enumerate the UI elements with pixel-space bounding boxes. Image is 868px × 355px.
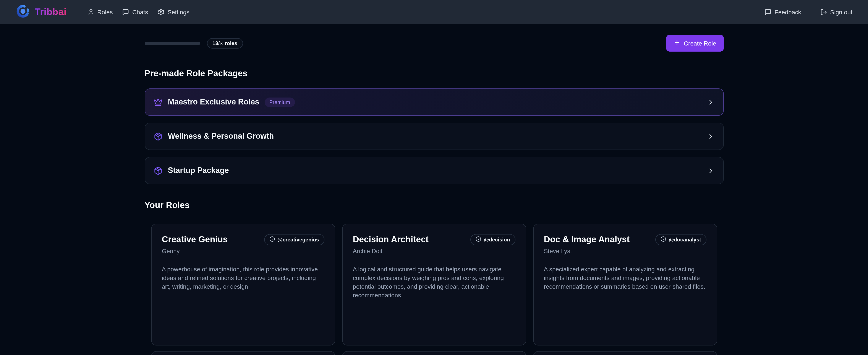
roles-progress-bar	[145, 41, 200, 45]
role-title: Decision Architect	[353, 234, 429, 245]
premium-badge: Premium	[265, 97, 295, 107]
nav-item-label: Settings	[167, 9, 189, 16]
info-icon	[475, 236, 481, 243]
role-title: Doc & Image Analyst	[544, 234, 629, 245]
chat-bubble-icon	[122, 9, 129, 16]
package-row-wellness[interactable]: Wellness & Personal Growth	[145, 123, 723, 150]
role-handle: @docanalyst	[669, 237, 701, 243]
logout-icon	[820, 9, 827, 16]
role-handle-badge[interactable]: @creativegenius	[264, 234, 324, 245]
brand-name: Tribbai	[35, 6, 66, 18]
package-icon	[154, 132, 162, 141]
nav-left: Tribbai Roles Chats	[16, 4, 189, 20]
role-handle: @decision	[484, 237, 510, 243]
brand[interactable]: Tribbai	[16, 4, 66, 20]
plus-icon	[674, 39, 680, 47]
info-icon	[660, 236, 666, 243]
nav-item-label: Chats	[132, 9, 148, 16]
role-card-partial[interactable]	[342, 351, 526, 355]
role-persona: Genny	[162, 247, 324, 255]
role-card-creative-genius[interactable]: Creative Genius @creativegenius Genny A …	[151, 224, 335, 346]
roles-toolbar: 13/∞ roles Create Role	[145, 35, 723, 52]
package-row-startup[interactable]: Startup Package	[145, 157, 723, 184]
feedback-label: Feedback	[774, 9, 801, 16]
role-description: A powerhouse of imagination, this role p…	[162, 265, 324, 291]
package-icon	[154, 166, 162, 175]
role-description: A logical and structured guide that help…	[353, 265, 515, 299]
info-icon	[270, 236, 275, 243]
package-name: Startup Package	[168, 166, 229, 175]
chevron-right-icon[interactable]	[707, 132, 714, 140]
package-name: Maestro Exclusive Roles	[168, 97, 259, 107]
feedback-bubble-icon	[765, 9, 771, 16]
app-window: Tribbai Roles Chats	[0, 0, 868, 355]
your-roles-section-title: Your Roles	[145, 200, 723, 211]
sign-out-button[interactable]: Sign out	[820, 9, 852, 16]
role-handle: @creativegenius	[278, 237, 319, 243]
role-card-partial[interactable]	[151, 351, 335, 355]
role-card-doc-image-analyst[interactable]: Doc & Image Analyst @docanalyst Steve Ly…	[533, 224, 717, 346]
nav-item-roles[interactable]: Roles	[87, 9, 113, 16]
feedback-button[interactable]: Feedback	[765, 9, 801, 16]
nav-item-settings[interactable]: Settings	[158, 9, 189, 16]
gear-icon	[158, 9, 164, 16]
crown-icon	[154, 98, 162, 107]
packages-section-title: Pre-made Role Packages	[145, 68, 723, 79]
create-role-button[interactable]: Create Role	[666, 35, 723, 52]
role-persona: Archie Doit	[353, 247, 515, 255]
chevron-right-icon[interactable]	[707, 98, 714, 106]
create-role-label: Create Role	[684, 40, 716, 47]
package-list: Maestro Exclusive Roles Premium	[145, 88, 723, 184]
roles-grid: Creative Genius @creativegenius Genny A …	[145, 224, 723, 346]
role-description: A specialized expert capable of analyzin…	[544, 265, 706, 291]
top-nav: Tribbai Roles Chats	[0, 0, 868, 24]
sign-out-label: Sign out	[830, 9, 852, 16]
tribbai-logo-icon	[16, 4, 30, 20]
nav-item-label: Roles	[97, 9, 113, 16]
main-content: 13/∞ roles Create Role Pre-made Role Pac…	[145, 35, 723, 355]
roles-grid-row-2	[145, 351, 723, 355]
nav-right: Feedback Sign out	[765, 9, 852, 16]
package-row-maestro[interactable]: Maestro Exclusive Roles Premium	[145, 88, 723, 116]
role-persona: Steve Lyst	[544, 247, 706, 255]
nav-item-chats[interactable]: Chats	[122, 9, 148, 16]
role-handle-badge[interactable]: @decision	[470, 234, 515, 245]
user-icon	[87, 9, 94, 16]
role-handle-badge[interactable]: @docanalyst	[655, 234, 706, 245]
role-title: Creative Genius	[162, 234, 228, 245]
role-card-partial[interactable]	[533, 351, 717, 355]
role-card-decision-architect[interactable]: Decision Architect @decision Archie Doit…	[342, 224, 526, 346]
roles-count-badge: 13/∞ roles	[207, 38, 243, 48]
chevron-right-icon[interactable]	[707, 167, 714, 175]
package-name: Wellness & Personal Growth	[168, 132, 274, 141]
